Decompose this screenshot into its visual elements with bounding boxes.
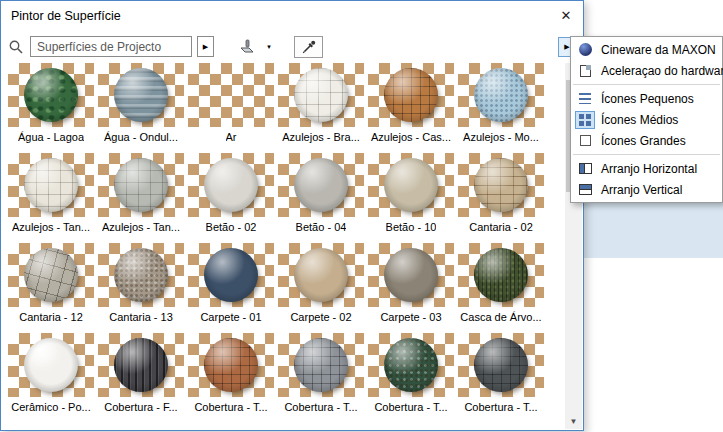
material-item[interactable]: Carpete - 02 (276, 243, 366, 333)
material-item[interactable]: Azulejos - Bra... (276, 63, 366, 153)
material-item[interactable]: Cobertura - T... (366, 333, 456, 423)
material-thumbnail[interactable] (188, 153, 274, 217)
scroll-down-button[interactable]: ▼ (565, 413, 582, 429)
materials-area: Água - LagoaÁgua - Ondul...ArAzulejos - … (2, 63, 582, 429)
material-label: Cobertura - T... (194, 401, 267, 413)
material-label: Betão - 10 (386, 221, 437, 233)
material-sphere-preview (384, 248, 438, 302)
scope-arrow-button[interactable]: ▶ (197, 36, 214, 57)
material-item[interactable]: Azulejos - Cas... (366, 63, 456, 153)
material-sphere-preview (24, 248, 78, 302)
material-item[interactable]: Cantaria - 12 (6, 243, 96, 333)
material-sphere-preview (114, 338, 168, 392)
material-label: Cobertura - T... (464, 401, 537, 413)
material-thumbnail[interactable] (458, 333, 544, 397)
menu-item-small-icons[interactable]: Ícones Pequenos (571, 88, 722, 109)
material-item[interactable]: Azulejos - Mo... (456, 63, 546, 153)
menu-item-arrange-vertical[interactable]: Arranjo Vertical (571, 179, 722, 200)
material-thumbnail[interactable] (8, 153, 94, 217)
material-sphere-preview (384, 68, 438, 122)
material-item[interactable]: Betão - 02 (186, 153, 276, 243)
material-label: Azulejos - Bra... (282, 131, 360, 143)
material-sphere-preview (384, 158, 438, 212)
material-thumbnail[interactable] (8, 63, 94, 127)
material-item[interactable]: Betão - 04 (276, 153, 366, 243)
material-thumbnail[interactable] (98, 333, 184, 397)
titlebar[interactable]: Pintor de Superfície ✕ (1, 1, 583, 30)
menu-separator (573, 154, 720, 155)
menu-item-medium-icons[interactable]: Ícones Médios (571, 109, 722, 130)
material-item[interactable]: Cantaria - 02 (456, 153, 546, 243)
material-item[interactable]: Cobertura - F... (96, 333, 186, 423)
arrange-vertical-icon (575, 181, 595, 199)
material-thumbnail[interactable] (458, 153, 544, 217)
material-item[interactable]: Azulejos - Tan... (96, 153, 186, 243)
material-sphere-preview (114, 248, 168, 302)
material-thumbnail[interactable] (278, 333, 364, 397)
material-thumbnail[interactable] (98, 63, 184, 127)
material-thumbnail[interactable] (458, 243, 544, 307)
material-item[interactable]: Cobertura - T... (276, 333, 366, 423)
material-sphere-preview (294, 158, 348, 212)
menu-item-large-icons[interactable]: Ícones Grandes (571, 130, 722, 151)
eyedropper-icon (302, 40, 316, 54)
menu-item-label: Ícones Pequenos (601, 92, 694, 106)
material-thumbnail[interactable] (278, 243, 364, 307)
material-item[interactable]: Cobertura - T... (186, 333, 276, 423)
material-sphere-preview (474, 248, 528, 302)
menu-item-label: Cineware da MAXON (601, 43, 716, 57)
material-thumbnail[interactable] (368, 153, 454, 217)
material-item[interactable]: Carpete - 01 (186, 243, 276, 333)
material-sphere-preview (474, 68, 528, 122)
material-label: Água - Lagoa (18, 131, 84, 143)
surface-scope-select[interactable]: Superfícies de Projecto (30, 36, 192, 57)
material-label: Cantaria - 13 (109, 311, 173, 323)
material-item[interactable]: Ar (186, 63, 276, 153)
paint-mode-dropdown[interactable]: ▾ (264, 35, 274, 59)
material-sphere-preview (24, 338, 78, 392)
material-label: Azulejos - Tan... (12, 221, 90, 233)
material-thumbnail[interactable] (368, 333, 454, 397)
material-sphere-preview (24, 158, 78, 212)
material-label: Cerâmico - Po... (11, 401, 90, 413)
menu-item-arrange-horizontal[interactable]: Arranjo Horizontal (571, 158, 722, 179)
menu-item-label: Aceleraçao do hardware (601, 64, 723, 78)
material-thumbnail[interactable] (98, 243, 184, 307)
material-thumbnail[interactable] (278, 153, 364, 217)
material-thumbnail[interactable] (188, 63, 274, 127)
paint-mode-button[interactable] (234, 35, 262, 59)
material-thumbnail[interactable] (368, 63, 454, 127)
material-sphere-preview (24, 68, 78, 122)
material-item[interactable]: Cantaria - 13 (96, 243, 186, 333)
menu-item-label: Arranjo Horizontal (601, 162, 697, 176)
material-item[interactable]: Cobertura - T... (456, 333, 546, 423)
eyedropper-button[interactable] (294, 36, 323, 58)
material-item[interactable]: Casca de Árvo... (456, 243, 546, 333)
material-thumbnail[interactable] (188, 243, 274, 307)
material-item[interactable]: Cerâmico - Po... (6, 333, 96, 423)
search-icon (8, 39, 24, 55)
menu-item-label: Arranjo Vertical (601, 183, 682, 197)
material-thumbnail[interactable] (188, 333, 274, 397)
close-button[interactable]: ✕ (549, 1, 583, 30)
icons-small-icon (575, 90, 595, 108)
material-label: Cobertura - T... (284, 401, 357, 413)
material-item[interactable]: Água - Lagoa (6, 63, 96, 153)
material-label: Cobertura - F... (104, 401, 177, 413)
arrange-horizontal-icon (575, 160, 595, 178)
menu-item-label: Ícones Médios (601, 113, 678, 127)
material-thumbnail[interactable] (278, 63, 364, 127)
material-item[interactable]: Azulejos - Tan... (6, 153, 96, 243)
materials-grid: Água - LagoaÁgua - Ondul...ArAzulejos - … (6, 63, 546, 423)
material-thumbnail[interactable] (98, 153, 184, 217)
material-thumbnail[interactable] (8, 333, 94, 397)
material-thumbnail[interactable] (458, 63, 544, 127)
menu-item-hardware-acceleration[interactable]: Aceleraçao do hardware (571, 60, 722, 81)
material-thumbnail[interactable] (8, 243, 94, 307)
material-item[interactable]: Água - Ondul... (96, 63, 186, 153)
material-item[interactable]: Carpete - 03 (366, 243, 456, 333)
menu-item-cineware[interactable]: Cineware da MAXON (571, 39, 722, 60)
material-label: Betão - 04 (296, 221, 347, 233)
material-item[interactable]: Betão - 10 (366, 153, 456, 243)
material-thumbnail[interactable] (368, 243, 454, 307)
